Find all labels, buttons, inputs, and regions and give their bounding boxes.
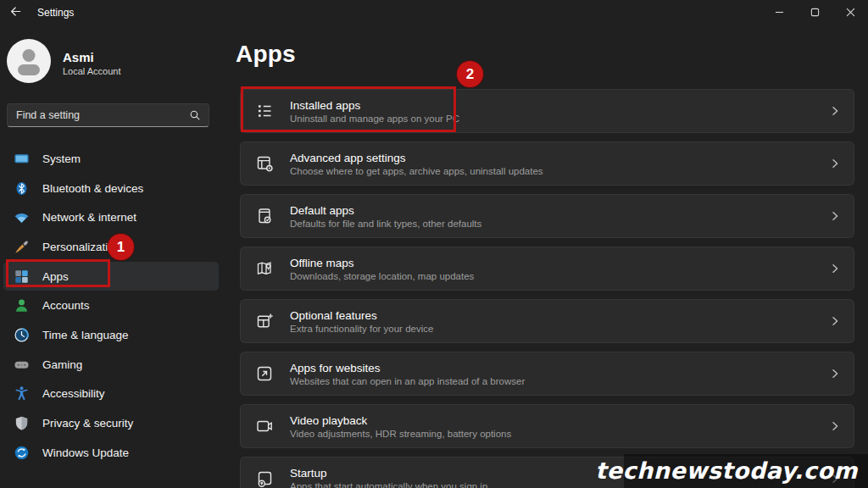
card-title: Installed apps bbox=[290, 99, 830, 112]
minimize-button[interactable] bbox=[761, 0, 797, 25]
card-title: Default apps bbox=[290, 204, 830, 217]
sidebar-item-accounts[interactable]: Accounts bbox=[3, 291, 219, 320]
chevron-right-icon bbox=[830, 106, 840, 116]
sidebar-item-network-internet[interactable]: Network & internet bbox=[3, 202, 219, 232]
offline-maps-icon bbox=[254, 258, 275, 279]
card-installed-apps[interactable]: Installed appsUninstall and manage apps … bbox=[240, 89, 854, 133]
time-language-icon bbox=[14, 327, 30, 343]
maximize-icon bbox=[810, 5, 820, 20]
chevron-right-icon bbox=[830, 316, 840, 326]
chevron-right-icon bbox=[830, 369, 840, 379]
card-video-playback[interactable]: Video playbackVideo adjustments, HDR str… bbox=[240, 404, 854, 448]
chevron-right-icon bbox=[830, 421, 840, 431]
sidebar-item-apps[interactable]: Apps bbox=[3, 262, 219, 291]
sidebar-item-label: Time & language bbox=[42, 329, 129, 341]
optional-features-icon bbox=[254, 311, 275, 331]
sidebar-item-accessibility[interactable]: Accessibility bbox=[3, 380, 219, 409]
card-subtitle: Extra functionality for your device bbox=[290, 324, 830, 334]
sidebar-item-label: Bluetooth & devices bbox=[42, 182, 143, 195]
sidebar-item-label: Accessibility bbox=[42, 387, 105, 400]
search-input[interactable] bbox=[8, 109, 189, 121]
titlebar: Settings bbox=[0, 0, 868, 25]
sidebar-item-label: Windows Update bbox=[42, 446, 129, 459]
card-apps-for-websites[interactable]: Apps for websitesWebsites that can open … bbox=[240, 352, 854, 396]
sidebar-item-system[interactable]: System bbox=[3, 144, 219, 174]
card-optional-features[interactable]: Optional featuresExtra functionality for… bbox=[240, 299, 854, 343]
sidebar-item-label: Accounts bbox=[42, 299, 90, 312]
settings-card-list: Installed appsUninstall and manage apps … bbox=[240, 89, 854, 488]
chevron-right-icon bbox=[830, 211, 840, 221]
gaming-icon bbox=[14, 357, 30, 373]
card-offline-maps[interactable]: Offline mapsDownloads, storage location,… bbox=[240, 247, 854, 291]
sidebar-item-label: System bbox=[42, 152, 81, 165]
privacy-icon bbox=[14, 415, 30, 431]
card-title: Apps for websites bbox=[290, 362, 830, 374]
personalization-icon bbox=[14, 239, 30, 255]
minimize-icon bbox=[775, 5, 784, 20]
video-playback-icon bbox=[254, 416, 275, 436]
profile-account-type: Local Account bbox=[63, 66, 121, 76]
card-subtitle: Downloads, storage location, map updates bbox=[290, 271, 830, 281]
chevron-right-icon bbox=[830, 158, 840, 169]
card-title: Advanced app settings bbox=[290, 152, 830, 164]
card-title: Offline maps bbox=[290, 257, 830, 269]
accounts-icon bbox=[14, 297, 30, 313]
card-subtitle: Websites that can open in an app instead… bbox=[290, 376, 830, 386]
sidebar-nav: SystemBluetooth & devicesNetwork & inter… bbox=[3, 144, 219, 468]
search-icon bbox=[189, 109, 209, 121]
search-box[interactable] bbox=[7, 103, 209, 127]
card-subtitle: Choose where to get apps, archive apps, … bbox=[290, 166, 830, 176]
window-title: Settings bbox=[37, 7, 74, 19]
watermark: technewstoday.com bbox=[595, 458, 858, 484]
sidebar-item-label: Privacy & security bbox=[42, 417, 133, 430]
advanced-app-settings-icon bbox=[254, 153, 275, 174]
sidebar-item-label: Apps bbox=[42, 270, 69, 283]
card-subtitle: Defaults for file and link types, other … bbox=[290, 219, 830, 229]
sidebar-item-privacy-security[interactable]: Privacy & security bbox=[3, 408, 219, 438]
startup-icon bbox=[254, 469, 275, 488]
page-title: Apps bbox=[236, 41, 296, 68]
close-icon bbox=[846, 5, 855, 20]
sidebar-item-label: Network & internet bbox=[42, 211, 136, 224]
card-advanced-app-settings[interactable]: Advanced app settingsChoose where to get… bbox=[240, 141, 854, 186]
annotation-step-2: 2 bbox=[457, 61, 483, 87]
sidebar-item-label: Gaming bbox=[42, 358, 82, 371]
profile-name: Asmi bbox=[63, 49, 121, 66]
back-arrow-icon bbox=[9, 5, 22, 21]
windows-update-icon bbox=[14, 445, 30, 461]
apps-icon bbox=[14, 269, 30, 285]
maximize-button[interactable] bbox=[797, 0, 832, 25]
annotation-step-1: 1 bbox=[108, 234, 134, 260]
card-subtitle: Video adjustments, HDR streaming, batter… bbox=[290, 429, 830, 439]
sidebar-item-time-language[interactable]: Time & language bbox=[3, 320, 219, 350]
card-default-apps[interactable]: Default appsDefaults for file and link t… bbox=[240, 194, 854, 238]
user-profile[interactable]: Asmi Local Account bbox=[7, 39, 121, 86]
network-icon bbox=[14, 209, 30, 225]
card-title: Optional features bbox=[290, 309, 830, 322]
card-title: Video playback bbox=[290, 414, 830, 427]
default-apps-icon bbox=[254, 206, 275, 226]
card-subtitle: Uninstall and manage apps on your PC bbox=[290, 114, 830, 124]
back-button[interactable] bbox=[0, 0, 31, 25]
system-icon bbox=[14, 151, 30, 167]
sidebar-item-bluetooth-devices[interactable]: Bluetooth & devices bbox=[3, 174, 219, 203]
installed-apps-icon bbox=[254, 101, 275, 121]
sidebar-item-gaming[interactable]: Gaming bbox=[3, 350, 219, 380]
accessibility-icon bbox=[14, 385, 30, 402]
window-controls bbox=[761, 0, 868, 25]
sidebar-item-windows-update[interactable]: Windows Update bbox=[3, 438, 219, 468]
close-button[interactable] bbox=[832, 0, 868, 25]
avatar bbox=[7, 39, 51, 86]
bluetooth-icon bbox=[14, 180, 30, 197]
apps-for-websites-icon bbox=[254, 363, 275, 384]
chevron-right-icon bbox=[830, 263, 840, 274]
